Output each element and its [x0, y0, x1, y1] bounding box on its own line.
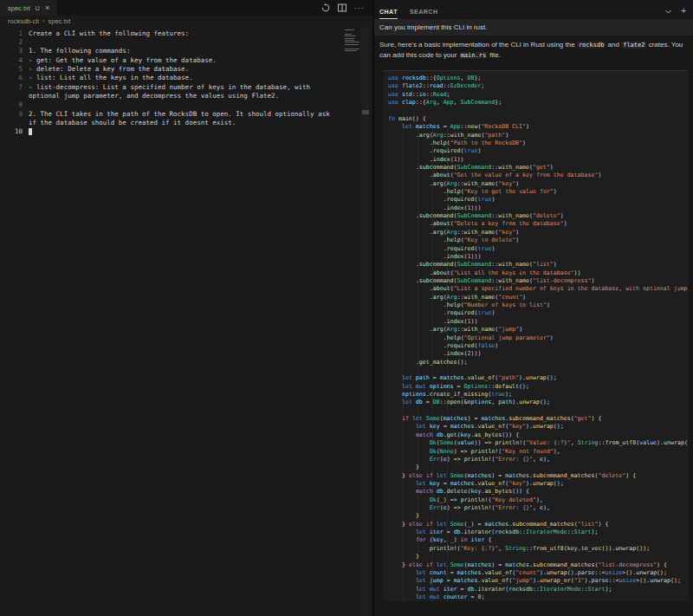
line-number: 2 [0, 38, 29, 46]
code-line: } else if let Some(matches) = matches.su… [388, 472, 689, 480]
code-line: .help("Key to get the value for") [388, 188, 689, 196]
line-number: 8 [0, 101, 29, 108]
editor-line[interactable]: 5- delete: Delete a key from the databas… [0, 64, 346, 73]
code-line: let key = matches.value_of("key").unwrap… [388, 423, 689, 431]
chevron-right-icon: › [42, 17, 45, 25]
close-icon[interactable]: × [45, 4, 49, 12]
editor-line[interactable]: 2 [0, 37, 346, 46]
code-block: use rocksdb::{Options, DB};use flate2::r… [384, 70, 689, 601]
code-line: .get_matches(); [388, 359, 689, 366]
chat-actions: + [664, 3, 686, 19]
tab-chat[interactable]: CHAT [379, 9, 398, 19]
code-line: .about("Get the value of a key from the … [388, 172, 689, 179]
tab-filename: spec.txt [8, 4, 30, 12]
minimap-line [345, 36, 356, 36]
code-line: .subcommand(SubCommand::with_name("delet… [388, 212, 689, 220]
code-line: .arg(Arg::with_name("count") [388, 294, 689, 302]
assistant-text: Sure, here's a basic implementation of t… [379, 40, 684, 61]
line-number: 7 [0, 83, 29, 91]
minimap-line [345, 29, 354, 30]
minimap-line [345, 49, 359, 49]
chat-panel: CHAT SEARCH + Can you implement this CLI… [374, 0, 693, 616]
code-line: Err(e) => println!("Error: {}", e), [388, 456, 689, 464]
editor-toolbar: ··· [321, 0, 372, 16]
code-line: println!("Key: {:?}", String::from_utf8(… [388, 545, 689, 553]
app-window: spec.txt U × ··· rocksdb-cli › spec.txt … [0, 0, 693, 616]
editor-line[interactable]: 10 [0, 127, 346, 136]
editor-scrollbar[interactable] [361, 27, 370, 616]
code-line: } else if let Some(matches) = matches.su… [388, 561, 689, 569]
code-line: .required(true) [388, 196, 689, 204]
breadcrumb[interactable]: rocksdb-cli › spec.txt [0, 16, 380, 27]
indent-guide [432, 125, 433, 601]
code-line: let mut iter = db.iterator(rocksdb::Iter… [388, 586, 689, 593]
tab-spec-txt[interactable]: spec.txt U × [0, 0, 58, 16]
code-line: .help("Path to the RocksDB") [388, 139, 689, 147]
code-line: Err(e) => println!("Error: {}", e), [388, 504, 689, 512]
editor-line-text: - list-decompress: List a specified numb… [29, 83, 310, 91]
code-line: .help("Key to delete") [388, 237, 689, 244]
code-line [388, 366, 689, 374]
user-message: Can you implement this CLI in rust. [374, 19, 693, 36]
inline-code: main.rs [459, 52, 489, 59]
line-number: 9 [0, 110, 29, 118]
line-number: 4 [0, 56, 29, 64]
code-line: } [388, 464, 689, 471]
code-line: let jump = matches.value_of("jump").unwr… [388, 577, 689, 585]
minimap-line [345, 40, 354, 41]
minimap-line [345, 42, 359, 42]
code-line: .about("Delete a key from the database") [388, 220, 689, 228]
code-content: use rocksdb::{Options, DB};use flate2::r… [388, 75, 689, 601]
inline-code: flate2 [621, 42, 646, 49]
editor-line[interactable]: 6- list: List all the keys in the databa… [0, 74, 346, 82]
code-line: let iter = db.iterator(rocksdb::Iterator… [388, 528, 689, 536]
chevron-down-icon[interactable] [664, 3, 672, 19]
add-icon[interactable]: + [681, 7, 686, 16]
text-cursor [29, 128, 32, 135]
history-icon[interactable] [321, 3, 330, 12]
editor-content[interactable]: 1Create a CLI with the following feature… [0, 27, 372, 616]
more-actions-icon[interactable]: ··· [354, 3, 365, 12]
minimap-line [345, 50, 357, 51]
editor-line[interactable]: 7- list-decompress: List a specified num… [0, 82, 346, 91]
breadcrumb-folder[interactable]: rocksdb-cli [8, 17, 39, 25]
code-line: .required(true) [388, 309, 689, 317]
editor-line[interactable]: optional jump parameter, and decompress … [0, 91, 346, 100]
indent-guide [447, 125, 448, 601]
code-line: let mut counter = 0; [388, 593, 689, 601]
editor-line[interactable]: 1Create a CLI with the following feature… [0, 29, 346, 37]
editor-line[interactable]: 31. The following commands: [0, 47, 346, 55]
editor-line-text: 1. The following commands: [29, 47, 130, 55]
line-number: 1 [0, 29, 29, 37]
editor-line[interactable]: 92. The CLI takes in the path of the Roc… [0, 109, 346, 118]
minimap-line [345, 34, 352, 35]
code-line: .about("List all the keys in the databas… [388, 269, 689, 277]
assistant-message: Sure, here's a basic implementation of t… [374, 36, 693, 601]
code-line: .help("Number of keys to list") [388, 302, 689, 309]
code-line: .index(1))) [388, 204, 689, 212]
editor-line-text: optional jump parameter, and decompress … [29, 92, 279, 100]
inline-code: rocksdb [577, 42, 606, 49]
minimap-line [345, 44, 359, 45]
code-line: .arg(Arg::with_name("path") [388, 132, 689, 139]
code-line: fn main() { [388, 115, 689, 123]
code-line: let key = matches.value_of("key").unwrap… [388, 480, 689, 488]
code-line [388, 107, 689, 114]
editor-line-text: - delete: Delete a key from the database… [29, 65, 189, 73]
code-line: } [388, 553, 689, 561]
code-line: .arg(Arg::with_name("jump") [388, 326, 689, 334]
tab-search[interactable]: SEARCH [410, 9, 438, 19]
editor-line[interactable]: 4- get: Get the value of a key from the … [0, 55, 346, 64]
code-line: match db.get(key.as_bytes()) { [388, 431, 689, 439]
code-line: .help("Optional jump parameter") [388, 334, 689, 342]
code-line: if let Some(matches) = matches.subcomman… [388, 415, 689, 423]
code-line: } [388, 512, 689, 520]
code-line: let path = matches.value_of("path").unwr… [388, 374, 689, 382]
split-editor-icon[interactable] [338, 3, 346, 12]
breadcrumb-file[interactable]: spec.txt [49, 17, 71, 25]
line-number: 5 [0, 65, 29, 73]
minimap[interactable] [345, 29, 360, 55]
editor-line[interactable]: if the database should be created if it … [0, 118, 346, 126]
editor-line[interactable]: 8 [0, 101, 346, 109]
code-line: .index(2))) [388, 350, 689, 358]
